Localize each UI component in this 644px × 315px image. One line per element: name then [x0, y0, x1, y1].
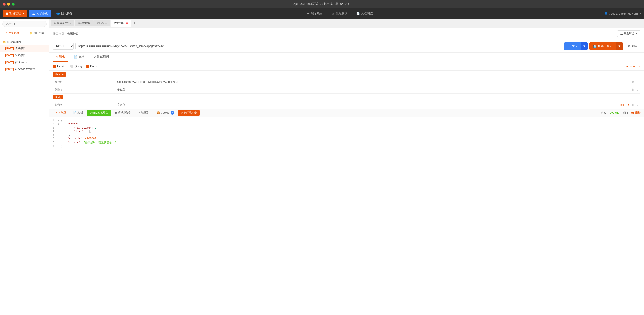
resp-tab-cookie[interactable]: 🍪 Cookie 1: [154, 109, 177, 117]
delete-icon[interactable]: 🗑: [632, 80, 634, 84]
url-input[interactable]: [76, 43, 562, 50]
delete-icon[interactable]: 🗑: [632, 103, 634, 106]
save-button[interactable]: 💾 保存（至）: [590, 42, 616, 50]
header-checkbox[interactable]: ✓ Header: [53, 64, 67, 68]
code-line-4: 4 "list": [],: [49, 130, 644, 133]
sidebar-item-gettoken-send-label: 获取token并发送: [15, 67, 35, 71]
resp-tab-cookie-label: Cookie: [161, 111, 169, 114]
header-checkbox-label: Header: [57, 64, 67, 68]
resp-tab-req-headers-label: 请求原始头: [118, 111, 131, 114]
doc-icon: 📄: [356, 12, 360, 15]
resp-tab-req-headers[interactable]: H 请求原始头: [112, 109, 134, 117]
sub-tab-testcase[interactable]: ⚙ 测试用例: [90, 52, 112, 62]
method-select[interactable]: POST GET PUT DELETE: [53, 43, 74, 50]
tab-login[interactable]: 登陆接口: [93, 20, 110, 26]
nav-tab-flow-label: 流程测试: [336, 12, 347, 16]
tab-dot: [126, 22, 128, 24]
sub-tab-docs[interactable]: 📄 文档: [70, 52, 88, 62]
tab-gettoken-plus-label: 获取token并...: [54, 21, 71, 25]
env-btn-label: 开发环境: [624, 32, 634, 36]
nav-tab-demo-label: 演示项目: [311, 12, 323, 16]
collapse-icon[interactable]: ▼: [58, 123, 61, 126]
import-from-response-button[interactable]: 从响应数据导入: [87, 110, 111, 116]
param-name: 参数名: [53, 103, 116, 107]
save-btn-label: 保存（至）: [598, 44, 612, 48]
send-dropdown-button[interactable]: ▼: [581, 42, 588, 50]
header-section-label: Header: [53, 72, 66, 76]
code-area: 1 ▼ { 2 ▼ "data": { 3 "fav_dtime": [49, 117, 644, 315]
save-btn-group: 💾 保存（至） ▼: [590, 42, 623, 50]
sidebar-item-gettoken-send[interactable]: POST 获取token并发送: [0, 66, 49, 73]
sidebar-item-gettoken-label: 获取token: [15, 60, 27, 64]
traffic-lights: [3, 3, 14, 6]
send-icon: ✈: [307, 12, 310, 15]
param-type[interactable]: Text: [619, 103, 624, 106]
sync-data-button[interactable]: ☁ 同步数据: [29, 10, 51, 17]
body-checkbox[interactable]: ✓ Body: [86, 64, 97, 68]
sub-tab-request[interactable]: ¶ 请求: [53, 52, 68, 62]
method-badge-post: POST: [5, 47, 14, 50]
nav-tab-flow[interactable]: ⚙ 流程测试: [328, 10, 351, 17]
interface-name-value: 收藏接口: [67, 32, 614, 36]
delete-icon[interactable]: 🗑: [632, 88, 634, 91]
header-check-icon: ✓: [53, 65, 56, 68]
sort-icon[interactable]: ⇅: [636, 88, 639, 91]
param-value: Cookie名称1=Cookie值1; Cookie名称2=Cookie值2;: [117, 80, 630, 84]
bind-env-button[interactable]: 绑定环境变量: [178, 110, 200, 116]
sync-btn-label: 同步数据: [36, 12, 48, 16]
tab-favorites[interactable]: 收藏接口: [111, 20, 131, 26]
query-checkbox[interactable]: Query: [70, 64, 82, 68]
param-name: 参数名: [53, 88, 116, 92]
sub-tab-docs-label: 文档: [78, 55, 84, 59]
tab-gettoken-plus[interactable]: 获取token并...: [51, 20, 74, 26]
table-row: 参数名 参数值 🗑 ⇅: [53, 86, 640, 94]
code-line-5: 5 },: [49, 133, 644, 137]
nav-tab-docs[interactable]: 📄 文档浏览: [352, 10, 377, 17]
form-data-badge[interactable]: form-data ▼: [626, 65, 640, 68]
sidebar-item-login[interactable]: POST 登陆接口: [0, 52, 49, 59]
resp-tab-response[interactable]: </> 响应: [53, 109, 69, 117]
param-actions: 🗑 ⇅: [632, 80, 640, 84]
user-email: 3257132998@qq.com: [609, 12, 638, 15]
close-button[interactable]: [3, 3, 6, 6]
sub-tab-request-label: 请求: [59, 55, 65, 59]
team-collab-button[interactable]: 👥 团队协作: [53, 10, 76, 17]
env-button[interactable]: ☁ 开发环境 ▼: [617, 30, 640, 37]
minimize-button[interactable]: [7, 3, 10, 6]
maximize-button[interactable]: [12, 3, 14, 6]
send-btn-group: ✈ 发送 ▼: [564, 42, 588, 50]
code-content: "errcode": -100000,: [61, 137, 642, 140]
collapse-icon[interactable]: ▼: [58, 119, 61, 122]
sub-tab-testcase-label: 测试用例: [97, 55, 109, 59]
param-actions: Text ▼ 🗑 ⇅: [619, 103, 640, 106]
body-param-table: 参数名 参数值 Text ▼ 🗑 ⇅: [53, 101, 640, 109]
search-input[interactable]: [2, 21, 47, 27]
body-section-label: Body: [53, 95, 63, 99]
sort-icon[interactable]: ⇅: [636, 80, 639, 84]
nav-tab-demo[interactable]: ✈ 演示项目: [303, 10, 327, 17]
send-button[interactable]: ✈ 发送: [564, 42, 581, 50]
tree-group-header[interactable]: 📂 03/24/2019: [0, 39, 49, 45]
body-check-icon: ✓: [86, 65, 89, 68]
code-content: {: [61, 119, 642, 122]
chevron-down-icon[interactable]: ▼: [628, 104, 630, 106]
save-dropdown-button[interactable]: ▼: [616, 42, 623, 50]
sidebar-tab-history[interactable]: ↺ 历史记录: [0, 29, 24, 37]
line-number: 4: [51, 130, 58, 133]
project-management-button[interactable]: ☰ 项目管理 ▼: [3, 10, 27, 17]
sidebar-item-gettoken[interactable]: POST 获取token: [0, 59, 49, 66]
line-number: 1: [51, 119, 58, 122]
tab-gettoken[interactable]: 获取token: [74, 20, 93, 26]
resp-tab-docs[interactable]: 📄 文档: [70, 109, 86, 117]
body-checkbox-label: Body: [90, 64, 97, 68]
tab-gettoken-label: 获取token: [78, 21, 90, 25]
sidebar-tab-interfaces[interactable]: 📁 接口列表: [24, 29, 49, 37]
sort-icon[interactable]: ⇅: [636, 103, 639, 106]
test-icon: ⚙: [93, 55, 96, 58]
clone-button[interactable]: ⧉ 克隆: [624, 42, 640, 50]
tab-add-button[interactable]: +: [132, 20, 138, 26]
code-line-2: 2 ▼ "data": {: [49, 122, 644, 126]
doc-icon: 📄: [73, 111, 76, 114]
sidebar-item-favorites[interactable]: POST 收藏接口: [0, 45, 49, 52]
resp-tab-resp-headers[interactable]: H 响应头: [136, 109, 152, 117]
